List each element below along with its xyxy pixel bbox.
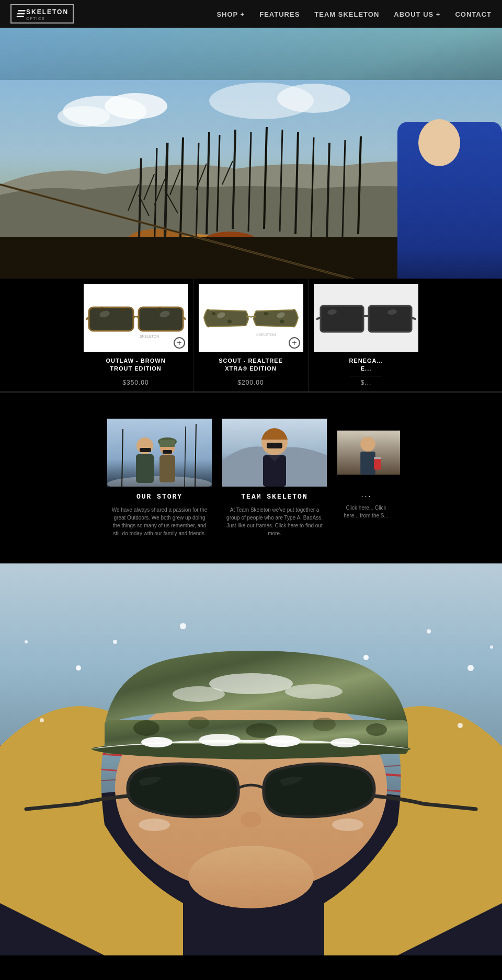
product-plus-scout[interactable]: + <box>289 337 300 349</box>
svg-point-3 <box>58 106 110 127</box>
svg-point-46 <box>111 327 114 329</box>
team-card-skeleton[interactable]: TEAM SKELETON At Team Skeleton we've put… <box>217 413 332 543</box>
svg-point-111 <box>458 723 463 728</box>
svg-text:SKELETON: SKELETON <box>256 333 276 337</box>
our-story-title: OUR STORY <box>107 493 212 501</box>
product-plus-outlaw[interactable]: + <box>174 337 185 349</box>
svg-point-93 <box>313 718 336 731</box>
svg-rect-83 <box>374 457 381 459</box>
hero-scene-svg <box>0 80 502 279</box>
nav-item-contact[interactable]: CONTACT <box>455 9 492 19</box>
third-card-svg <box>337 419 400 487</box>
third-card-text: Click here... Click here... from the S..… <box>337 504 395 520</box>
third-card-image <box>337 419 400 487</box>
product-name-outlaw: OUTLAW - BROWNTROUT EDITION <box>84 357 188 373</box>
our-story-text: We have always shared a passion for the … <box>107 506 212 537</box>
svg-point-113 <box>490 645 493 649</box>
product-divider-outlaw <box>120 376 152 376</box>
product-name-scout: SCOUT - REALTREEXTRA® EDITION <box>199 357 303 373</box>
svg-rect-67 <box>159 455 175 482</box>
nav-item-team-skeleton[interactable]: TEAM SKELETON <box>314 9 379 19</box>
svg-point-101 <box>285 684 343 699</box>
product-price-outlaw: $350.00 <box>84 379 188 386</box>
svg-point-106 <box>180 623 186 629</box>
brand-logo[interactable]: ☰ SKELETON OPTICS <box>10 4 74 24</box>
logo-symbol: ☰ <box>16 8 24 20</box>
svg-rect-64 <box>136 454 154 483</box>
hero-banner <box>0 28 502 279</box>
svg-point-112 <box>25 640 28 643</box>
svg-point-114 <box>139 818 170 831</box>
svg-rect-40 <box>139 307 183 331</box>
svg-point-102 <box>241 812 261 827</box>
svg-point-97 <box>264 735 301 747</box>
team-skeleton-text: At Team Skeleton we've put together a gr… <box>222 506 327 537</box>
team-card-our-story[interactable]: OUR STORY We have always shared a passio… <box>102 413 217 543</box>
svg-point-98 <box>330 738 360 747</box>
svg-point-110 <box>40 718 44 722</box>
svg-point-107 <box>363 655 369 660</box>
team-section: OUR STORY We have always shared a passio… <box>0 393 502 563</box>
scout-glasses-svg: SKELETON <box>201 289 301 347</box>
svg-point-96 <box>199 734 241 746</box>
nav-list: SHOP + FEATURES TEAM SKELETON ABOUT US +… <box>216 9 492 19</box>
our-story-svg <box>107 419 212 487</box>
svg-point-104 <box>76 665 81 671</box>
third-card-title: ... <box>337 493 395 499</box>
svg-text:SKELETON: SKELETON <box>140 335 159 338</box>
main-navigation: ☰ SKELETON OPTICS SHOP + FEATURES TEAM S… <box>0 0 502 28</box>
bottom-hero-svg <box>0 563 502 955</box>
svg-point-48 <box>157 307 162 310</box>
outlaw-glasses-svg: SKELETON <box>86 289 186 347</box>
products-section: SKELETON + OUTLAW - BROWNTROUT EDITION $… <box>0 279 502 391</box>
product-image-outlaw: SKELETON + <box>84 284 188 352</box>
svg-point-36 <box>418 119 460 166</box>
svg-point-47 <box>120 308 126 312</box>
svg-point-90 <box>133 720 159 736</box>
svg-point-115 <box>332 818 363 831</box>
product-divider-renegade <box>350 376 382 376</box>
svg-point-105 <box>113 640 117 644</box>
svg-rect-70 <box>163 450 172 454</box>
bottom-hero-banner <box>0 563 502 955</box>
svg-rect-81 <box>360 452 375 475</box>
svg-point-108 <box>427 629 431 633</box>
svg-point-109 <box>467 665 474 671</box>
product-image-scout: SKELETON + <box>199 284 303 352</box>
product-divider-scout <box>235 376 267 376</box>
svg-point-103 <box>188 846 314 908</box>
svg-rect-65 <box>140 448 151 452</box>
product-card-renegade[interactable]: RENEGA...E... $... <box>309 279 424 391</box>
svg-point-94 <box>366 723 387 736</box>
svg-rect-55 <box>369 306 412 332</box>
product-card-outlaw[interactable]: SKELETON + OUTLAW - BROWNTROUT EDITION $… <box>78 279 193 391</box>
team-skeleton-title: TEAM SKELETON <box>222 493 327 501</box>
logo-text: SKELETON <box>26 8 69 16</box>
svg-point-92 <box>246 723 277 738</box>
nav-item-features[interactable]: FEATURES <box>259 9 300 19</box>
product-card-scout[interactable]: SKELETON + SCOUT - REALTREEXTRA® EDITION… <box>193 279 309 391</box>
svg-point-5 <box>277 84 350 113</box>
team-card-third[interactable]: ... Click here... Click here... from the… <box>332 413 400 543</box>
our-story-image <box>107 419 212 487</box>
svg-rect-69 <box>159 440 175 447</box>
product-image-renegade <box>314 284 418 352</box>
svg-point-49 <box>168 327 172 329</box>
svg-point-80 <box>360 436 375 452</box>
logo-subtext: OPTICS <box>26 16 69 21</box>
svg-point-100 <box>173 686 225 702</box>
team-skeleton-image <box>222 419 327 487</box>
svg-point-2 <box>105 93 167 119</box>
product-name-renegade: RENEGA...E... <box>314 357 418 373</box>
svg-rect-82 <box>374 458 381 470</box>
svg-rect-54 <box>321 306 363 332</box>
team-skeleton-svg <box>222 419 327 487</box>
svg-point-91 <box>188 717 209 729</box>
svg-point-95 <box>141 737 173 747</box>
nav-item-shop[interactable]: SHOP + <box>216 9 245 19</box>
svg-rect-39 <box>89 307 133 331</box>
product-price-renegade: $... <box>314 379 418 386</box>
svg-point-45 <box>100 307 104 310</box>
renegade-glasses-svg <box>316 289 416 347</box>
nav-item-about[interactable]: ABOUT US + <box>394 9 440 19</box>
